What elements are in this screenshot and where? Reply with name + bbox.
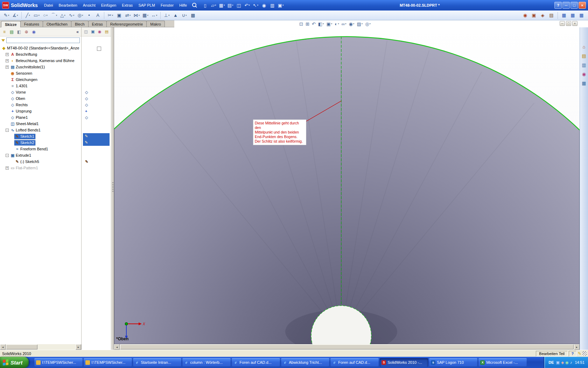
- zoom-area-icon[interactable]: ⊞: [304, 21, 310, 27]
- display-style-icon[interactable]: ◐▾: [334, 21, 340, 27]
- dropdown-arrow-icon[interactable]: ▾: [17, 14, 18, 17]
- tree-item-flat-pattern1[interactable]: +▭Flat-Pattern1: [0, 165, 81, 171]
- hide-show-items-icon[interactable]: ∞▾: [341, 21, 348, 27]
- mirror-entities-icon[interactable]: ⋈▾: [132, 11, 141, 20]
- dropdown-arrow-icon[interactable]: ▾: [331, 22, 332, 25]
- dropdown-arrow-icon[interactable]: ▾: [112, 14, 113, 17]
- tree-item-extrude1[interactable]: -▣Extrude1: [0, 152, 81, 158]
- apply-scene-icon[interactable]: ▨▾: [356, 21, 364, 27]
- menu-fenster[interactable]: Fenster: [158, 2, 176, 9]
- dimxpertmanager-tab-icon[interactable]: ⊕: [23, 28, 30, 35]
- move-entities-icon[interactable]: ↔▾: [150, 11, 159, 20]
- start-button[interactable]: Start: [0, 357, 29, 368]
- edit-appearance-icon[interactable]: ◉▾: [348, 21, 356, 27]
- circle-icon[interactable]: ○▾: [41, 11, 50, 20]
- taskbar-button-i-tempswsicher[interactable]: I:\TEMPSWSicher...: [34, 358, 83, 367]
- design-library-icon[interactable]: ▤: [581, 53, 587, 59]
- render-tools-icon[interactable]: ◉: [521, 11, 530, 20]
- menu-einf-gen[interactable]: Einfügen: [98, 2, 119, 9]
- viewport-pane-icon[interactable]: ▣: [90, 29, 96, 35]
- menu-extras[interactable]: Extras: [119, 2, 135, 9]
- spline-icon[interactable]: ∿▾: [67, 11, 76, 20]
- new-document-icon[interactable]: ▯: [201, 1, 209, 9]
- line-icon[interactable]: ╱▾: [23, 11, 32, 20]
- scrollbar-thumb[interactable]: [120, 345, 574, 349]
- clock[interactable]: 14:51: [575, 360, 584, 364]
- dropdown-arrow-icon[interactable]: ▾: [46, 14, 48, 17]
- configurationmanager-tab-icon[interactable]: ◧: [16, 28, 22, 35]
- scroll-left-button[interactable]: ◄: [0, 344, 6, 350]
- viewport-horizontal-scrollbar[interactable]: ◄ ►: [114, 344, 580, 350]
- menu-bearbeiten[interactable]: Bearbeiten: [56, 2, 80, 9]
- propertymanager-tab-icon[interactable]: ▤: [8, 28, 15, 35]
- dropdown-arrow-icon[interactable]: ▾: [73, 14, 75, 17]
- sketch-icon[interactable]: ✎▾: [2, 11, 11, 20]
- undo-icon[interactable]: ↶▾: [243, 1, 251, 9]
- viewport-close-button[interactable]: ×: [572, 21, 578, 26]
- tree-item-beschriftung[interactable]: +ABeschriftung: [0, 51, 81, 57]
- tree-item-gleichungen[interactable]: ΣGleichungen: [0, 76, 81, 83]
- tags-pane-icon[interactable]: ▤: [104, 29, 110, 35]
- tray-display-icon[interactable]: ▣: [556, 360, 559, 365]
- panel-splitter[interactable]: [111, 27, 114, 350]
- tree-item-beleuchtung-kameras-und-b-hne[interactable]: +◐Beleuchtung, Kameras und Bühne: [0, 57, 81, 64]
- sketch-text-icon[interactable]: A: [93, 11, 102, 20]
- dropdown-arrow-icon[interactable]: ▾: [168, 14, 170, 17]
- scroll-left-button[interactable]: ◄: [114, 344, 120, 350]
- appearances-scenes-icon[interactable]: ◉: [581, 71, 587, 77]
- linear-sketch-pattern-icon[interactable]: ▦▾: [141, 11, 150, 20]
- appearance-pane-icon[interactable]: ◉: [97, 29, 103, 35]
- edrawings-icon[interactable]: ▣: [530, 11, 538, 20]
- dropdown-arrow-icon[interactable]: ▾: [323, 22, 324, 25]
- display-relations-icon[interactable]: ⊥▾: [162, 11, 171, 20]
- grid-system-icon[interactable]: ▩: [189, 11, 197, 20]
- window-close-button[interactable]: ×: [579, 2, 586, 9]
- pdm-addin-icon[interactable]: ◈: [538, 11, 547, 20]
- repair-sketch-icon[interactable]: ▲: [171, 11, 180, 20]
- select-icon[interactable]: ↖▾: [251, 1, 260, 9]
- search-icon[interactable]: [192, 2, 197, 8]
- menu-ansicht[interactable]: Ansicht: [80, 2, 98, 9]
- menu-sap-plm[interactable]: SAP PLM: [135, 2, 158, 9]
- quick-snaps-icon[interactable]: ∪▾: [180, 11, 189, 20]
- display-pane-box[interactable]: [97, 47, 101, 51]
- tab-extras[interactable]: Extras: [88, 21, 107, 27]
- tab-blech[interactable]: Blech: [71, 21, 89, 27]
- tree-expander-icon[interactable]: -: [6, 154, 9, 157]
- tab-referenzgeometrie[interactable]: Referenzgeometrie: [106, 21, 147, 27]
- tab-skizze[interactable]: Skizze: [1, 21, 21, 27]
- featuremanager-filter-input[interactable]: [6, 38, 80, 43]
- resize-grip[interactable]: [582, 351, 587, 356]
- scrollbar-thumb[interactable]: [6, 345, 37, 349]
- tree-item-vorne[interactable]: ◇Vorne: [0, 89, 81, 95]
- screen-capture-icon[interactable]: ▤: [547, 11, 556, 20]
- section-view-icon[interactable]: ◧▾: [317, 21, 325, 27]
- dropdown-arrow-icon[interactable]: ▾: [345, 22, 346, 25]
- tree-item-sketch5[interactable]: ✎(-) Sketch5: [0, 158, 81, 165]
- rebuild-icon[interactable]: ◉: [260, 1, 268, 9]
- polygon-icon[interactable]: △▾: [58, 11, 67, 20]
- arc-icon[interactable]: ⌒▾: [50, 11, 58, 20]
- tray-volume-icon[interactable]: ♪: [570, 360, 572, 365]
- dropdown-arrow-icon[interactable]: ▾: [139, 14, 140, 17]
- trim-entities-icon[interactable]: ✂▾: [106, 11, 115, 20]
- tags-pencil-icon[interactable]: ✎: [578, 351, 581, 356]
- taskbar-button-abwicklung-tricht[interactable]: eAbwicklung Tricht...: [281, 358, 329, 367]
- dropdown-arrow-icon[interactable]: ▾: [156, 14, 158, 17]
- tray-antivirus-icon[interactable]: ◉: [565, 360, 569, 365]
- graphics-area[interactable]: X: [114, 27, 580, 344]
- tree-expander-icon[interactable]: +: [6, 66, 9, 69]
- zoom-fit-icon[interactable]: ⊡: [298, 21, 304, 27]
- taskbar-button-foren-auf-cad-d[interactable]: eForen auf CAD.d...: [232, 358, 280, 367]
- menu-hilfe[interactable]: Hilfe: [176, 2, 190, 9]
- dropdown-arrow-icon[interactable]: ▾: [257, 4, 258, 7]
- tree-item-freeform-bend1[interactable]: ≈Freeform Bend1: [0, 146, 81, 152]
- previous-view-icon[interactable]: ↶: [311, 21, 317, 27]
- hide-show-pane-icon[interactable]: ◫: [83, 29, 89, 35]
- tree-item-sketch1[interactable]: ✎Sketch1: [0, 133, 81, 139]
- graphics-viewport[interactable]: X Diese Mittellinie geht durch den Mitte…: [114, 27, 580, 350]
- dropdown-arrow-icon[interactable]: ▾: [353, 22, 355, 25]
- delete-icon[interactable]: ◫: [234, 1, 243, 9]
- taskbar-button-startseite-intran[interactable]: eStartseite Intran...: [133, 358, 181, 367]
- tree-item-rechts[interactable]: ◇Rechts: [0, 102, 81, 108]
